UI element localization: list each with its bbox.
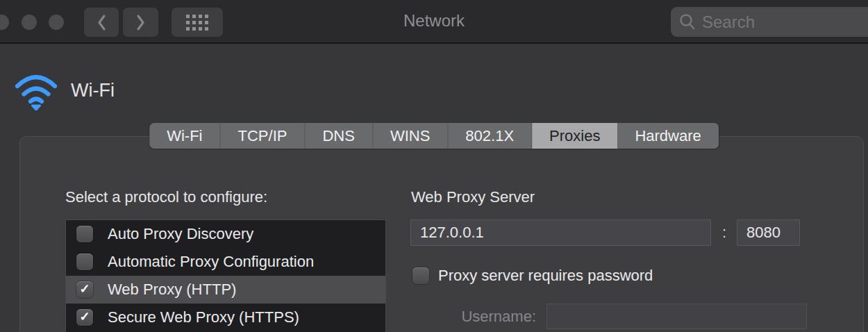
unchecked-checkbox[interactable] bbox=[76, 254, 93, 270]
window-close-button[interactable] bbox=[0, 15, 9, 30]
forward-button[interactable] bbox=[123, 8, 158, 37]
host-port-separator: : bbox=[719, 224, 730, 242]
network-pane: Wi-Fi Select a protocol to configure: Au… bbox=[0, 44, 868, 332]
search-icon bbox=[678, 13, 696, 31]
proxy-host-field[interactable]: 127.0.0.1 bbox=[410, 219, 711, 246]
connection-header: Wi-Fi bbox=[14, 70, 115, 110]
requires-password-row[interactable]: Proxy server requires password bbox=[412, 267, 653, 285]
requires-password-checkbox[interactable] bbox=[412, 267, 429, 284]
chevron-left-icon bbox=[97, 14, 107, 31]
requires-password-label: Proxy server requires password bbox=[438, 267, 653, 285]
wifi-icon bbox=[14, 70, 58, 110]
settings-panel: Select a protocol to configure: Auto Pro… bbox=[19, 136, 864, 332]
tab-wi-fi[interactable]: Wi-Fi bbox=[149, 123, 220, 149]
protocol-row-automatic-proxy-configuration[interactable]: Automatic Proxy Configuration bbox=[66, 248, 385, 276]
tab-bar: Wi-FiTCP/IPDNSWINS802.1XProxiesHardware bbox=[149, 123, 719, 149]
chevron-right-icon bbox=[135, 14, 146, 31]
checked-checkbox[interactable] bbox=[76, 309, 93, 326]
tab-proxies[interactable]: Proxies bbox=[532, 123, 617, 149]
grid-icon bbox=[186, 15, 208, 31]
tab-hardware[interactable]: Hardware bbox=[617, 123, 718, 149]
window-minimize-button[interactable] bbox=[22, 15, 37, 30]
checked-checkbox[interactable] bbox=[76, 281, 93, 298]
connection-name: Wi-Fi bbox=[71, 80, 115, 101]
protocol-list[interactable]: Auto Proxy Discovery Automatic Proxy Con… bbox=[65, 219, 386, 332]
proxy-port-field[interactable]: 8080 bbox=[737, 219, 800, 246]
protocol-row-secure-web-proxy-https[interactable]: Secure Web Proxy (HTTPS) bbox=[66, 304, 385, 331]
search-placeholder: Search bbox=[702, 13, 755, 32]
username-field[interactable] bbox=[546, 304, 807, 329]
show-all-button[interactable] bbox=[172, 8, 223, 37]
tab-tcp-ip[interactable]: TCP/IP bbox=[221, 123, 306, 149]
tab-dns[interactable]: DNS bbox=[305, 123, 372, 149]
username-row: Username: bbox=[412, 304, 807, 329]
proxy-port-value: 8080 bbox=[746, 224, 781, 242]
username-label: Username: bbox=[412, 308, 536, 326]
protocol-row-web-proxy-http[interactable]: Web Proxy (HTTP) bbox=[66, 276, 385, 304]
back-button[interactable] bbox=[84, 8, 119, 37]
unchecked-checkbox[interactable] bbox=[76, 226, 93, 242]
web-proxy-server-heading: Web Proxy Server bbox=[411, 188, 535, 206]
search-input[interactable]: Search bbox=[671, 7, 868, 37]
tab-802-1x[interactable]: 802.1X bbox=[448, 123, 532, 149]
protocol-row-auto-proxy-discovery[interactable]: Auto Proxy Discovery bbox=[66, 220, 385, 248]
window-title: Network bbox=[403, 10, 465, 30]
proxy-host-value: 127.0.0.1 bbox=[420, 224, 484, 242]
title-bar: Network Search bbox=[0, 0, 868, 44]
protocol-list-label: Select a protocol to configure: bbox=[65, 188, 267, 206]
window-zoom-button[interactable] bbox=[49, 15, 64, 30]
tab-wins[interactable]: WINS bbox=[373, 123, 448, 149]
